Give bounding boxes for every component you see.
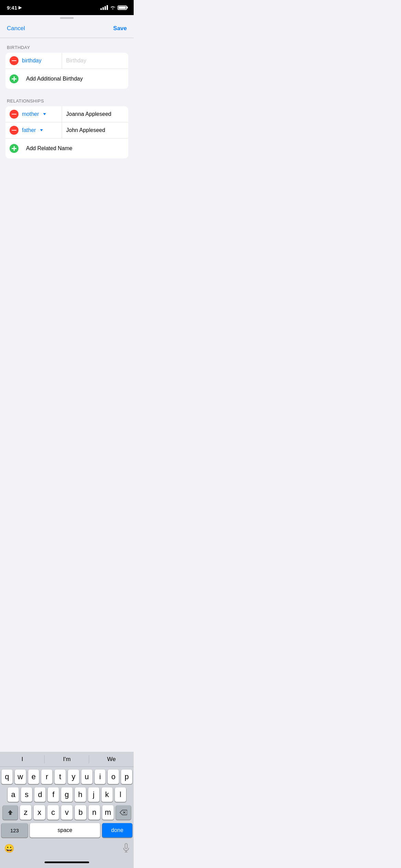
birthday-row-label: birthday bbox=[22, 58, 41, 64]
save-button[interactable]: Save bbox=[113, 24, 127, 33]
remove-birthday-button[interactable] bbox=[10, 56, 19, 65]
mother-name-input[interactable] bbox=[66, 111, 128, 117]
wifi-icon bbox=[110, 5, 116, 10]
time-display: 9:41 bbox=[7, 5, 17, 11]
birthday-row: birthday bbox=[5, 53, 128, 69]
relationships-card: mother i father i bbox=[5, 106, 128, 158]
drag-handle bbox=[60, 17, 74, 19]
birthday-row-right bbox=[62, 54, 128, 67]
nav-bar: Cancel Save bbox=[0, 19, 134, 38]
content-area: BIRTHDAY birthday Add Additional Birthda… bbox=[0, 38, 134, 158]
signal-icon bbox=[100, 5, 108, 10]
add-related-label: Add Related Name bbox=[22, 142, 76, 155]
birthday-card: birthday Add Additional Birthday bbox=[5, 53, 128, 89]
father-chevron-icon[interactable] bbox=[40, 129, 43, 131]
father-name-input[interactable] bbox=[66, 127, 128, 133]
cancel-button[interactable]: Cancel bbox=[7, 24, 25, 33]
location-icon: ▶ bbox=[19, 5, 22, 10]
battery-icon bbox=[118, 5, 127, 10]
add-birthday-button[interactable] bbox=[10, 74, 19, 83]
relationships-section-label: RELATIONSHIPS bbox=[5, 98, 128, 104]
add-birthday-label: Add Additional Birthday bbox=[22, 72, 87, 85]
birthday-section-label: BIRTHDAY bbox=[5, 45, 128, 50]
father-type-label: father bbox=[22, 127, 36, 133]
birthday-input[interactable] bbox=[66, 58, 128, 64]
add-related-button[interactable] bbox=[10, 144, 19, 153]
birthday-row-left: birthday bbox=[5, 53, 62, 69]
mother-chevron-icon[interactable] bbox=[43, 113, 46, 115]
remove-father-button[interactable] bbox=[10, 126, 19, 135]
add-related-row[interactable]: Add Related Name bbox=[5, 138, 128, 158]
mother-row: mother i bbox=[5, 106, 128, 122]
remove-mother-button[interactable] bbox=[10, 110, 19, 119]
mother-type-label: mother bbox=[22, 111, 39, 117]
status-bar: 9:41 ▶ bbox=[0, 0, 134, 15]
mother-row-left: mother bbox=[5, 106, 62, 122]
mother-row-right: i bbox=[62, 106, 128, 122]
father-row-right: i bbox=[62, 122, 128, 138]
father-row-left: father bbox=[5, 122, 62, 138]
add-birthday-row[interactable]: Add Additional Birthday bbox=[5, 69, 128, 89]
father-row: father i bbox=[5, 122, 128, 138]
